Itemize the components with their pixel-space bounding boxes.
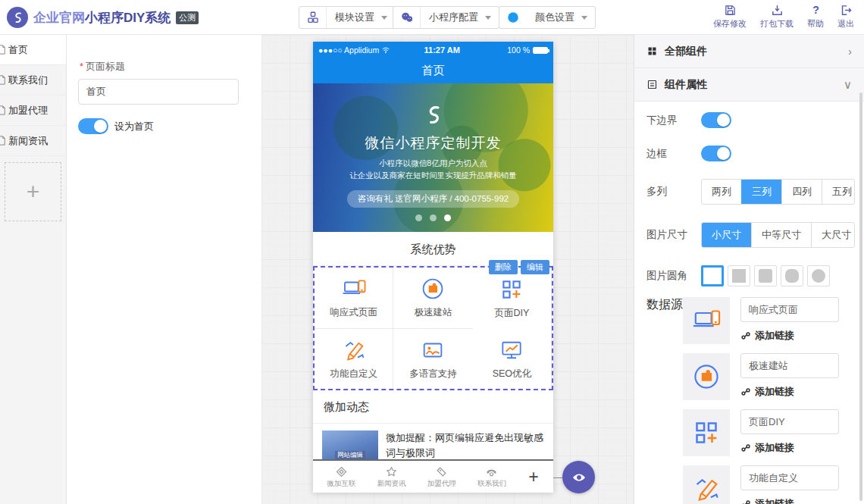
properties-panel: 全部组件 › 组件属性 ∨ 下边界 边框 多列 两列 三列 四列 五列 图片尺寸: [634, 35, 864, 504]
img-size-small[interactable]: 小尺寸: [702, 223, 751, 247]
component-attrs-header[interactable]: 组件属性 ∨: [634, 68, 864, 102]
help-button[interactable]: ? 帮助: [800, 4, 831, 30]
panel-scrollbar[interactable]: [859, 92, 862, 501]
tab-agency[interactable]: 加盟代理: [417, 465, 467, 489]
color-settings-button[interactable]: 颜色设置: [499, 6, 596, 29]
img-radius-group: [701, 265, 830, 286]
caret-down-icon: [381, 16, 387, 23]
feature-grid-component[interactable]: 删除 编辑 响应式页面 极速建站 页面DIY 功能自定义 多语言支持 SEO优化: [313, 266, 553, 390]
news-title: 微加提醒：网页编辑应避免出现敏感词与极限词: [386, 430, 544, 462]
feature-cell[interactable]: SEO优化: [473, 329, 552, 390]
tab-contact[interactable]: 联系我们: [467, 465, 517, 489]
tab-weijia[interactable]: 微加互联: [316, 465, 366, 489]
delete-badge-button[interactable]: 删除: [489, 260, 518, 274]
columns-row: 多列 两列 三列 四列 五列: [646, 179, 855, 205]
selection-badges: 删除 编辑: [489, 260, 549, 274]
list-icon: [646, 79, 658, 90]
save-button[interactable]: 保存修改: [706, 4, 753, 30]
banner-logo-icon: [421, 103, 446, 127]
radius-option-circle[interactable]: [807, 265, 830, 286]
datasource-name-input[interactable]: [740, 409, 839, 434]
radius-option-square[interactable]: [728, 265, 750, 286]
responsive-icon: [683, 297, 730, 344]
plus-icon: +: [27, 179, 40, 205]
columns-option-3[interactable]: 三列: [741, 180, 781, 204]
responsive-icon: [341, 276, 367, 302]
link-icon: [740, 443, 751, 453]
img-size-group: 小尺寸 中等尺寸 大尺寸: [701, 222, 855, 248]
phone-tab-bar: 微加互联 新闻资讯 加盟代理 联系我们 +: [313, 459, 553, 493]
radius-option-none-selected[interactable]: [701, 265, 724, 286]
miniprogram-config-button[interactable]: 小程序配置: [393, 6, 499, 29]
add-link-button[interactable]: 添加链接: [740, 329, 839, 343]
module-settings-button[interactable]: 模块设置: [299, 6, 396, 29]
sidebar-item-label: 首页: [8, 43, 28, 57]
img-size-large[interactable]: 大尺寸: [811, 223, 855, 247]
add-page-button[interactable]: +: [5, 162, 61, 221]
add-link-button[interactable]: 添加链接: [740, 497, 839, 504]
preview-eye-button[interactable]: [562, 461, 595, 493]
datasource-row: 数据源 添加链接 添加链接: [646, 297, 855, 504]
datasource-item: 添加链接: [683, 409, 839, 456]
phone-nav-bar: 首页: [313, 58, 553, 83]
weijia-icon: [335, 465, 348, 478]
columns-option-2[interactable]: 两列: [702, 180, 741, 204]
chevron-down-icon: ∨: [844, 78, 852, 92]
logo-glyph-icon: [11, 11, 25, 25]
tag-icon: [435, 465, 448, 478]
sidebar-item-agency[interactable]: 加盟代理: [0, 95, 66, 126]
edit-badge-button[interactable]: 编辑: [521, 260, 549, 274]
border-label: 边框: [646, 147, 701, 161]
all-components-header[interactable]: 全部组件 ›: [634, 35, 864, 68]
beta-badge: 公测: [176, 11, 199, 24]
radius-option-rounded[interactable]: [781, 265, 803, 286]
exit-button[interactable]: 退出: [831, 4, 861, 30]
banner-carousel[interactable]: 微信小程序定制开发 小程序以微信8亿用户为切入点 让企业以及商家在短时间里实现提…: [313, 83, 553, 232]
page-settings-panel: *页面标题 设为首页: [67, 35, 261, 504]
feature-cell[interactable]: 响应式页面: [315, 268, 393, 329]
add-link-button[interactable]: 添加链接: [740, 385, 839, 399]
battery-icon: [533, 47, 548, 54]
datasource-name-input[interactable]: [740, 297, 839, 322]
sidebar-item-label: 联系我们: [8, 74, 48, 87]
feature-cell[interactable]: 多语言支持: [393, 329, 472, 390]
toolbar-actions: 保存修改 打包下载 ? 帮助 退出: [706, 4, 861, 30]
save-label: 保存修改: [713, 18, 747, 30]
download-button[interactable]: 打包下载: [753, 4, 800, 30]
feature-cell[interactable]: 极速建站: [393, 268, 472, 329]
star-icon: [385, 465, 398, 478]
help-label: 帮助: [807, 18, 824, 30]
set-home-toggle[interactable]: [78, 118, 108, 134]
bottom-border-toggle[interactable]: [701, 112, 731, 128]
design-canvas: ●●●○○ Applidium 11:27 AM 100 % 首页 微信小程序定…: [261, 35, 634, 504]
feature-cell[interactable]: 页面DIY: [473, 268, 552, 329]
diy-icon: [683, 409, 730, 456]
radius-option-slight[interactable]: [754, 265, 777, 286]
dot: [430, 214, 437, 221]
banner-cta-pill: 咨询有礼 送官网小程序 / 400-0755-992: [347, 190, 519, 208]
sidebar-item-home[interactable]: 首页: [0, 35, 66, 65]
datasource-list: 添加链接 添加链接 添加链接: [683, 297, 839, 504]
datasource-name-input[interactable]: [740, 465, 839, 490]
img-size-medium[interactable]: 中等尺寸: [751, 223, 811, 247]
phone-preview: ●●●○○ Applidium 11:27 AM 100 % 首页 微信小程序定…: [313, 42, 553, 493]
wechat-icon: [393, 7, 421, 28]
page-title-input[interactable]: [78, 79, 239, 105]
sidebar-item-contact[interactable]: 联系我们: [0, 65, 66, 95]
columns-option-5[interactable]: 五列: [822, 180, 855, 204]
feature-cell[interactable]: 功能自定义: [315, 329, 393, 390]
columns-option-4[interactable]: 四列: [781, 180, 822, 204]
sidebar-item-news[interactable]: 新闻资讯: [0, 126, 66, 156]
tabbar-add-button[interactable]: +: [517, 467, 550, 487]
page-doc-icon: [0, 74, 8, 86]
datasource-name-input[interactable]: [740, 353, 839, 378]
news-thumbnail: 网站编辑: [322, 430, 378, 462]
app-title: 企业官网小程序DIY系统公测: [33, 9, 199, 27]
border-row: 边框: [646, 146, 855, 161]
tab-news[interactable]: 新闻资讯: [366, 465, 416, 489]
link-icon: [740, 330, 751, 341]
add-link-button[interactable]: 添加链接: [740, 441, 839, 455]
border-toggle[interactable]: [701, 146, 731, 161]
topbar: 企业官网小程序DIY系统公测 模块设置 小程序配置 颜色设置 保存修改 打包下载…: [0, 0, 864, 35]
datasource-item: 添加链接: [683, 353, 839, 400]
